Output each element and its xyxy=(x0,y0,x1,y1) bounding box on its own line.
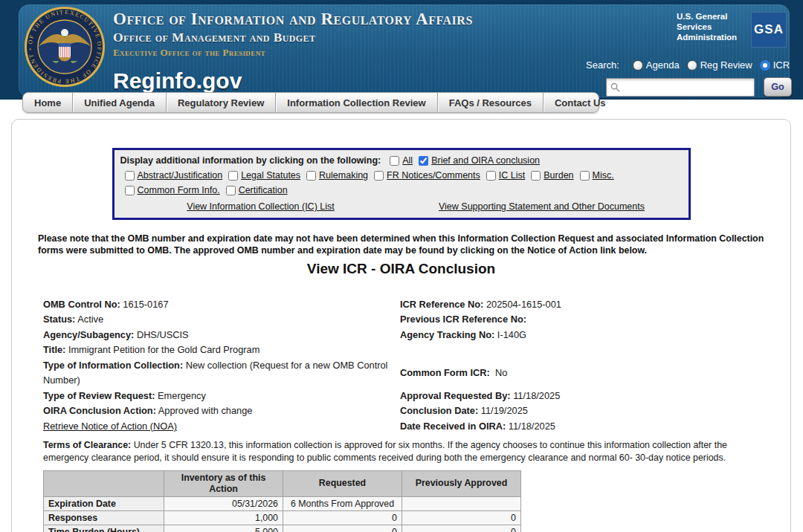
search-icon xyxy=(610,82,620,92)
nav-item-information-collection-review[interactable]: Information Collection Review xyxy=(275,93,436,112)
checkbox-abstract-justification-label[interactable]: Abstract/Justification xyxy=(138,168,223,183)
search-bar: Go xyxy=(606,77,792,97)
site-logo-text[interactable]: Reginfo.gov xyxy=(113,68,473,94)
search-scope-row: Search: Agenda Reg Review ICR xyxy=(586,59,790,71)
detail-row: OIRA Conclusion Action: Approved with ch… xyxy=(43,403,777,419)
search-radio-reg-review[interactable] xyxy=(687,60,697,71)
type-of-review-request-label: Type of Review Request: xyxy=(43,390,155,401)
terms-of-clearance-text: Under 5 CFR 1320.13, this information co… xyxy=(43,440,727,462)
search-radio-agenda[interactable] xyxy=(633,60,643,71)
checkbox-common-form-info-label[interactable]: Common Form Info. xyxy=(138,183,220,198)
retrieve-noa-link[interactable]: Retrieve Notice of Action (NOA) xyxy=(43,421,177,432)
checkbox-brief-oira-conclusion-label[interactable]: Brief and OIRA conclusion xyxy=(431,153,540,168)
agency-tracking-no-label: Agency Tracking No: xyxy=(400,329,494,340)
display-options-box: Display additional information by clicki… xyxy=(112,148,691,220)
checkbox-legal-statutes-label[interactable]: Legal Statutes xyxy=(241,168,300,183)
approval-requested-by-label: Approval Requested By: xyxy=(400,390,511,401)
type-of-review-request-value: Emergency xyxy=(158,390,206,401)
expiration-date-previous xyxy=(402,496,521,510)
agency-tracking-no-value: I-140G xyxy=(497,329,526,340)
detail-row: Type of Review Request: Emergency Approv… xyxy=(43,389,777,404)
checkbox-ic-list[interactable] xyxy=(486,171,496,181)
search-radio-reg-review-label[interactable]: Reg Review xyxy=(700,59,752,71)
checkbox-misc-label[interactable]: Misc. xyxy=(593,168,614,183)
detail-row: Retrieve Notice of Action (NOA) Date Rec… xyxy=(43,419,777,435)
go-button[interactable]: Go xyxy=(764,77,792,97)
nav-item-regulatory-review[interactable]: Regulatory Review xyxy=(166,93,275,112)
nav-item-faqs-resources[interactable]: FAQs / Resources xyxy=(437,93,543,112)
time-burden-previous: 0 xyxy=(402,525,521,532)
terms-of-clearance-label: Terms of Clearance: xyxy=(43,440,131,450)
expiration-date-row-label: Expiration Date xyxy=(44,496,164,510)
checkbox-misc[interactable] xyxy=(580,171,590,181)
content-container: Display additional information by clicki… xyxy=(11,119,791,532)
detail-row: Title: Immigrant Petition for the Gold C… xyxy=(43,343,777,358)
table-row: Expiration Date 05/31/2026 6 Months From… xyxy=(44,496,521,510)
table-row: Responses 1,000 0 0 xyxy=(44,510,521,525)
omb-control-no-label: OMB Control No: xyxy=(43,299,120,310)
time-burden-row-label: Time Burden (Hours) xyxy=(44,525,164,532)
previous-icr-reference-no-label: Previous ICR Reference No: xyxy=(400,314,526,325)
burden-header-previously-approved: Previously Approved xyxy=(402,471,521,497)
nav-item-home[interactable]: Home xyxy=(23,93,72,112)
checkbox-legal-statutes[interactable] xyxy=(228,171,238,181)
search-radio-icr-label[interactable]: ICR xyxy=(773,59,790,71)
masthead: Office of Information and Regulatory Aff… xyxy=(113,10,473,94)
page-title: View ICR - OIRA Conclusion xyxy=(12,261,790,277)
search-radio-agenda-label[interactable]: Agenda xyxy=(646,59,680,71)
checkbox-all[interactable] xyxy=(390,156,399,166)
type-of-information-collection-label: Type of Information Collection: xyxy=(43,360,183,371)
burden-header-inventory: Inventory as of this Action xyxy=(164,471,283,497)
checkbox-certification[interactable] xyxy=(226,186,236,195)
responses-row-label: Responses xyxy=(44,510,164,525)
view-ic-list-link[interactable]: View Information Collection (IC) List xyxy=(187,201,334,212)
title-value: Immigrant Petition for the Gold Card Pro… xyxy=(68,344,259,355)
checkbox-burden-label[interactable]: Burden xyxy=(544,168,573,183)
expiration-date-inventory: 05/31/2026 xyxy=(164,496,283,510)
detail-row: OMB Control No: 1615-0167 ICR Reference … xyxy=(43,297,777,313)
nav-bar: Home Unified Agenda Regulatory Review In… xyxy=(22,92,599,113)
page: EXECUTIVE OFFICE OF THE PRESIDENT • OF T… xyxy=(0,0,803,532)
oira-conclusion-action-label: OIRA Conclusion Action: xyxy=(43,405,156,416)
view-supporting-statement-link[interactable]: View Supporting Statement and Other Docu… xyxy=(439,201,645,212)
search-input[interactable] xyxy=(606,78,755,97)
icr-reference-no-label: ICR Reference No: xyxy=(400,299,483,310)
detail-row: Agency/Subagency: DHS/USCIS Agency Track… xyxy=(43,328,777,343)
checkbox-fr-notices-comments[interactable] xyxy=(374,171,384,181)
display-options-prompt: Display additional information by clicki… xyxy=(120,153,381,168)
time-burden-requested: 0 xyxy=(283,525,402,532)
nav-item-contact-us[interactable]: Contact Us xyxy=(543,93,617,112)
status-value: Active xyxy=(77,314,103,325)
conclusion-date-value: 11/19/2025 xyxy=(481,405,528,416)
office-line-1: Office of Information and Regulatory Aff… xyxy=(113,10,473,29)
checkbox-brief-oira-conclusion[interactable] xyxy=(419,156,428,166)
approval-requested-by-value: 11/18/2025 xyxy=(513,390,560,401)
burden-header-blank xyxy=(44,471,164,497)
icr-details: OMB Control No: 1615-0167 ICR Reference … xyxy=(43,297,777,435)
omb-control-no-value: 1615-0167 xyxy=(123,299,168,310)
checkbox-common-form-info[interactable] xyxy=(125,186,135,195)
burden-table: Inventory as of this Action Requested Pr… xyxy=(43,470,521,532)
search-radio-icr[interactable] xyxy=(760,60,770,71)
checkbox-burden[interactable] xyxy=(531,171,541,181)
expiration-date-requested: 6 Months From Approved xyxy=(283,496,402,510)
burden-header-requested: Requested xyxy=(283,471,402,497)
checkbox-abstract-justification[interactable] xyxy=(125,171,135,181)
eop-seal-icon: EXECUTIVE OFFICE OF THE PRESIDENT • OF T… xyxy=(24,6,106,88)
agency-subagency-label: Agency/Subagency: xyxy=(43,329,134,340)
checkbox-all-label[interactable]: All xyxy=(402,153,413,168)
office-line-2: Office of Management and Budget xyxy=(113,30,473,45)
checkbox-fr-notices-comments-label[interactable]: FR Notices/Comments xyxy=(387,168,480,183)
gsa-logo[interactable]: GSA xyxy=(751,12,787,48)
checkbox-ic-list-label[interactable]: IC List xyxy=(499,168,525,183)
common-form-icr-value: No xyxy=(495,367,507,378)
checkbox-certification-label[interactable]: Certification xyxy=(239,183,288,198)
burden-table-header-row: Inventory as of this Action Requested Pr… xyxy=(44,471,521,497)
nav-item-unified-agenda[interactable]: Unified Agenda xyxy=(72,93,166,112)
checkbox-rulemaking-label[interactable]: Rulemaking xyxy=(319,168,368,183)
status-label: Status: xyxy=(43,314,75,325)
search-label: Search: xyxy=(586,59,619,71)
conclusion-date-label: Conclusion Date: xyxy=(400,405,478,416)
gsa-block: U.S. General Services Administration GSA xyxy=(677,12,787,48)
checkbox-rulemaking[interactable] xyxy=(306,171,316,181)
